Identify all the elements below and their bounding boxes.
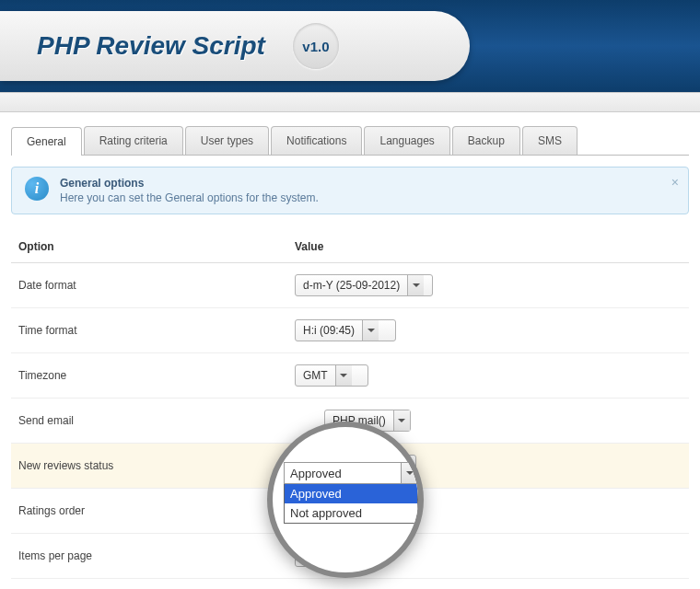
- option-label: Date format: [11, 263, 287, 308]
- info-desc: Here you can set the General options for…: [60, 191, 319, 204]
- dropdown-option-approved[interactable]: Approved: [285, 484, 417, 503]
- option-value-cell: d-m-Y (25-09-2012): [287, 263, 689, 308]
- tab-notifications[interactable]: Notifications: [271, 126, 362, 155]
- info-text: General options Here you can set the Gen…: [60, 177, 319, 204]
- tab-general[interactable]: General: [11, 127, 82, 156]
- select-date-format[interactable]: d-m-Y (25-09-2012): [295, 274, 433, 296]
- sub-bar: [0, 92, 700, 112]
- info-icon: i: [25, 177, 49, 201]
- col-value: Value: [287, 231, 689, 263]
- select-value: d-m-Y (25-09-2012): [296, 279, 407, 292]
- app-title: PHP Review Script: [37, 31, 265, 61]
- dropdown-list: Approved Not approved: [284, 484, 418, 524]
- magnifier-overlay: Approved Approved Not approved: [267, 422, 424, 578]
- table-row: Time formatH:i (09:45): [11, 308, 689, 353]
- option-label: New reviews status: [11, 444, 287, 489]
- select-time-format[interactable]: H:i (09:45): [295, 319, 396, 341]
- tab-rating-criteria[interactable]: Rating criteria: [84, 126, 183, 155]
- table-row: Date formatd-m-Y (25-09-2012): [11, 263, 689, 308]
- select-value: H:i (09:45): [296, 324, 362, 337]
- select-value: GMT: [296, 369, 335, 382]
- header: PHP Review Script v1.0: [0, 0, 700, 92]
- tab-sms[interactable]: SMS: [522, 126, 578, 155]
- chevron-down-icon[interactable]: [362, 320, 379, 341]
- option-label: Items per page: [11, 534, 287, 579]
- tab-user-types[interactable]: User types: [185, 126, 269, 155]
- info-box: i General options Here you can set the G…: [11, 167, 689, 214]
- dropdown-option-not-approved[interactable]: Not approved: [285, 503, 417, 523]
- close-icon[interactable]: ×: [671, 175, 679, 190]
- chevron-down-icon[interactable]: [407, 275, 424, 295]
- new-reviews-status-select-zoom[interactable]: Approved: [284, 462, 418, 484]
- select-timezone[interactable]: GMT: [295, 364, 368, 387]
- chevron-down-icon[interactable]: [335, 365, 352, 386]
- option-value-cell: GMT: [287, 353, 689, 398]
- tabs: General Rating criteria User types Notif…: [11, 126, 689, 156]
- option-label: Timezone: [11, 353, 287, 398]
- version-badge: v1.0: [293, 23, 339, 69]
- option-value-cell: H:i (09:45): [287, 308, 689, 353]
- option-label: Send email: [11, 398, 287, 444]
- table-row: TimezoneGMT: [11, 353, 689, 398]
- tab-languages[interactable]: Languages: [364, 126, 449, 155]
- tab-backup[interactable]: Backup: [452, 126, 520, 155]
- col-option: Option: [11, 231, 287, 263]
- option-label: Ratings order: [11, 489, 287, 534]
- info-title: General options: [60, 177, 319, 190]
- header-pill: PHP Review Script v1.0: [0, 11, 470, 81]
- option-label: Time format: [11, 308, 287, 353]
- chevron-down-icon[interactable]: [401, 463, 417, 483]
- chevron-down-icon[interactable]: [393, 410, 410, 431]
- select-value: Approved: [285, 467, 401, 480]
